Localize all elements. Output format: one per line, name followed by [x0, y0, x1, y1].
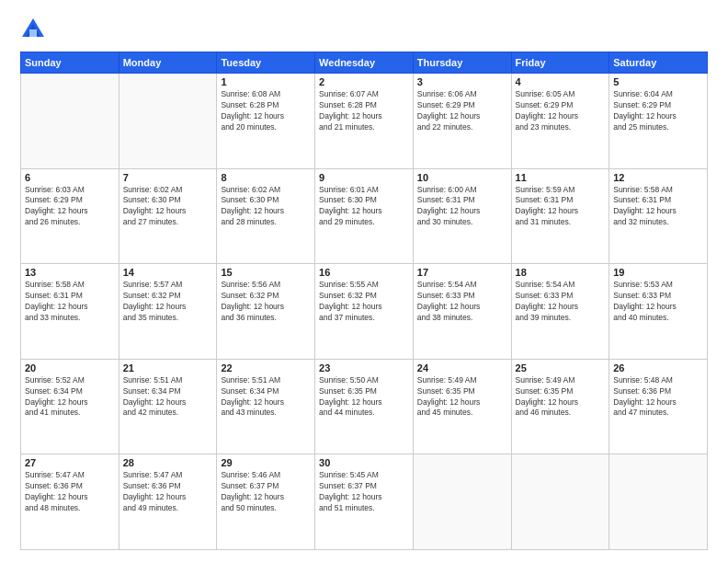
day-number: 5	[613, 76, 703, 87]
calendar-week-4: 27Sunrise: 5:47 AM Sunset: 6:36 PM Dayli…	[21, 454, 708, 550]
day-info: Sunrise: 5:55 AM Sunset: 6:32 PM Dayligh…	[319, 280, 409, 324]
day-number: 15	[221, 267, 311, 278]
day-info: Sunrise: 5:54 AM Sunset: 6:33 PM Dayligh…	[516, 280, 606, 324]
day-info: Sunrise: 6:05 AM Sunset: 6:29 PM Dayligh…	[516, 89, 606, 133]
calendar-week-2: 13Sunrise: 5:58 AM Sunset: 6:31 PM Dayli…	[21, 264, 708, 360]
day-number: 4	[516, 76, 606, 87]
calendar-cell: 17Sunrise: 5:54 AM Sunset: 6:33 PM Dayli…	[413, 264, 511, 360]
calendar-cell: 26Sunrise: 5:48 AM Sunset: 6:36 PM Dayli…	[609, 359, 708, 454]
calendar-cell: 24Sunrise: 5:49 AM Sunset: 6:35 PM Dayli…	[413, 359, 511, 454]
calendar-cell: 23Sunrise: 5:50 AM Sunset: 6:35 PM Dayli…	[315, 359, 414, 454]
calendar-header-saturday: Saturday	[609, 52, 708, 74]
day-number: 19	[613, 267, 703, 278]
calendar-cell: 1Sunrise: 6:08 AM Sunset: 6:28 PM Daylig…	[217, 74, 315, 169]
day-number: 12	[613, 172, 703, 183]
day-info: Sunrise: 6:07 AM Sunset: 6:28 PM Dayligh…	[319, 89, 409, 133]
calendar-cell: 6Sunrise: 6:03 AM Sunset: 6:29 PM Daylig…	[21, 168, 119, 264]
day-info: Sunrise: 6:04 AM Sunset: 6:29 PM Dayligh…	[613, 89, 703, 133]
logo-icon	[20, 17, 46, 42]
calendar-cell	[609, 454, 708, 550]
calendar-cell: 16Sunrise: 5:55 AM Sunset: 6:32 PM Dayli…	[315, 264, 414, 360]
calendar-cell	[511, 454, 609, 550]
day-number: 1	[221, 76, 311, 87]
calendar-cell: 13Sunrise: 5:58 AM Sunset: 6:31 PM Dayli…	[21, 264, 119, 360]
calendar-cell: 14Sunrise: 5:57 AM Sunset: 6:32 PM Dayli…	[119, 264, 217, 360]
day-number: 8	[221, 172, 311, 183]
day-info: Sunrise: 5:48 AM Sunset: 6:36 PM Dayligh…	[613, 375, 703, 419]
svg-rect-2	[29, 29, 37, 37]
day-info: Sunrise: 6:00 AM Sunset: 6:31 PM Dayligh…	[417, 185, 507, 229]
day-number: 21	[123, 362, 213, 373]
day-number: 7	[123, 172, 213, 183]
day-number: 25	[516, 362, 606, 373]
calendar-cell: 29Sunrise: 5:46 AM Sunset: 6:37 PM Dayli…	[217, 454, 315, 550]
calendar-cell: 11Sunrise: 5:59 AM Sunset: 6:31 PM Dayli…	[511, 168, 609, 264]
day-info: Sunrise: 5:54 AM Sunset: 6:33 PM Dayligh…	[417, 280, 507, 324]
calendar-cell: 12Sunrise: 5:58 AM Sunset: 6:31 PM Dayli…	[609, 168, 708, 264]
day-info: Sunrise: 5:52 AM Sunset: 6:34 PM Dayligh…	[25, 375, 115, 419]
day-info: Sunrise: 5:50 AM Sunset: 6:35 PM Dayligh…	[319, 375, 409, 419]
calendar-cell: 5Sunrise: 6:04 AM Sunset: 6:29 PM Daylig…	[609, 74, 708, 169]
calendar-header-monday: Monday	[119, 52, 217, 74]
calendar-cell: 20Sunrise: 5:52 AM Sunset: 6:34 PM Dayli…	[21, 359, 119, 454]
day-info: Sunrise: 5:47 AM Sunset: 6:36 PM Dayligh…	[123, 470, 213, 514]
day-info: Sunrise: 6:02 AM Sunset: 6:30 PM Dayligh…	[221, 185, 311, 229]
day-number: 27	[25, 457, 115, 468]
day-number: 18	[516, 267, 606, 278]
calendar-table: SundayMondayTuesdayWednesdayThursdayFrid…	[20, 52, 708, 550]
day-info: Sunrise: 5:47 AM Sunset: 6:36 PM Dayligh…	[25, 470, 115, 514]
calendar-header-thursday: Thursday	[413, 52, 511, 74]
day-number: 14	[123, 267, 213, 278]
day-info: Sunrise: 5:46 AM Sunset: 6:37 PM Dayligh…	[221, 470, 311, 514]
calendar-header-tuesday: Tuesday	[217, 52, 315, 74]
calendar-cell: 10Sunrise: 6:00 AM Sunset: 6:31 PM Dayli…	[413, 168, 511, 264]
calendar-cell: 9Sunrise: 6:01 AM Sunset: 6:30 PM Daylig…	[315, 168, 414, 264]
day-info: Sunrise: 5:57 AM Sunset: 6:32 PM Dayligh…	[123, 280, 213, 324]
day-info: Sunrise: 5:45 AM Sunset: 6:37 PM Dayligh…	[319, 470, 409, 514]
day-number: 3	[417, 76, 507, 87]
day-info: Sunrise: 6:02 AM Sunset: 6:30 PM Dayligh…	[123, 185, 213, 229]
day-number: 30	[319, 457, 409, 468]
day-number: 20	[25, 362, 115, 373]
day-number: 23	[319, 362, 409, 373]
day-number: 2	[319, 76, 409, 87]
day-number: 10	[417, 172, 507, 183]
day-info: Sunrise: 5:59 AM Sunset: 6:31 PM Dayligh…	[516, 185, 606, 229]
day-number: 11	[516, 172, 606, 183]
calendar-cell: 19Sunrise: 5:53 AM Sunset: 6:33 PM Dayli…	[609, 264, 708, 360]
calendar-week-3: 20Sunrise: 5:52 AM Sunset: 6:34 PM Dayli…	[21, 359, 708, 454]
day-number: 29	[221, 457, 311, 468]
day-number: 24	[417, 362, 507, 373]
day-info: Sunrise: 5:58 AM Sunset: 6:31 PM Dayligh…	[613, 185, 703, 229]
day-info: Sunrise: 6:06 AM Sunset: 6:29 PM Dayligh…	[417, 89, 507, 133]
calendar-cell	[413, 454, 511, 550]
day-info: Sunrise: 5:51 AM Sunset: 6:34 PM Dayligh…	[221, 375, 311, 419]
calendar-header-sunday: Sunday	[21, 52, 119, 74]
calendar-cell	[21, 74, 119, 169]
day-info: Sunrise: 5:49 AM Sunset: 6:35 PM Dayligh…	[417, 375, 507, 419]
calendar-header-row: SundayMondayTuesdayWednesdayThursdayFrid…	[21, 52, 708, 74]
day-info: Sunrise: 6:03 AM Sunset: 6:29 PM Dayligh…	[25, 185, 115, 229]
calendar-cell: 25Sunrise: 5:49 AM Sunset: 6:35 PM Dayli…	[511, 359, 609, 454]
day-number: 22	[221, 362, 311, 373]
calendar-week-1: 6Sunrise: 6:03 AM Sunset: 6:29 PM Daylig…	[21, 168, 708, 264]
calendar-cell: 15Sunrise: 5:56 AM Sunset: 6:32 PM Dayli…	[217, 264, 315, 360]
calendar-header-wednesday: Wednesday	[315, 52, 414, 74]
calendar-cell: 28Sunrise: 5:47 AM Sunset: 6:36 PM Dayli…	[119, 454, 217, 550]
page: SundayMondayTuesdayWednesdayThursdayFrid…	[0, 0, 728, 563]
day-number: 26	[613, 362, 703, 373]
calendar-cell: 7Sunrise: 6:02 AM Sunset: 6:30 PM Daylig…	[119, 168, 217, 264]
day-number: 13	[25, 267, 115, 278]
calendar-header-friday: Friday	[511, 52, 609, 74]
calendar-cell: 3Sunrise: 6:06 AM Sunset: 6:29 PM Daylig…	[413, 74, 511, 169]
calendar-cell: 18Sunrise: 5:54 AM Sunset: 6:33 PM Dayli…	[511, 264, 609, 360]
day-info: Sunrise: 5:51 AM Sunset: 6:34 PM Dayligh…	[123, 375, 213, 419]
day-info: Sunrise: 5:53 AM Sunset: 6:33 PM Dayligh…	[613, 280, 703, 324]
day-info: Sunrise: 6:01 AM Sunset: 6:30 PM Dayligh…	[319, 185, 409, 229]
day-number: 6	[25, 172, 115, 183]
calendar-cell: 27Sunrise: 5:47 AM Sunset: 6:36 PM Dayli…	[21, 454, 119, 550]
calendar-cell: 4Sunrise: 6:05 AM Sunset: 6:29 PM Daylig…	[511, 74, 609, 169]
calendar-cell: 30Sunrise: 5:45 AM Sunset: 6:37 PM Dayli…	[315, 454, 414, 550]
day-number: 16	[319, 267, 409, 278]
day-number: 9	[319, 172, 409, 183]
